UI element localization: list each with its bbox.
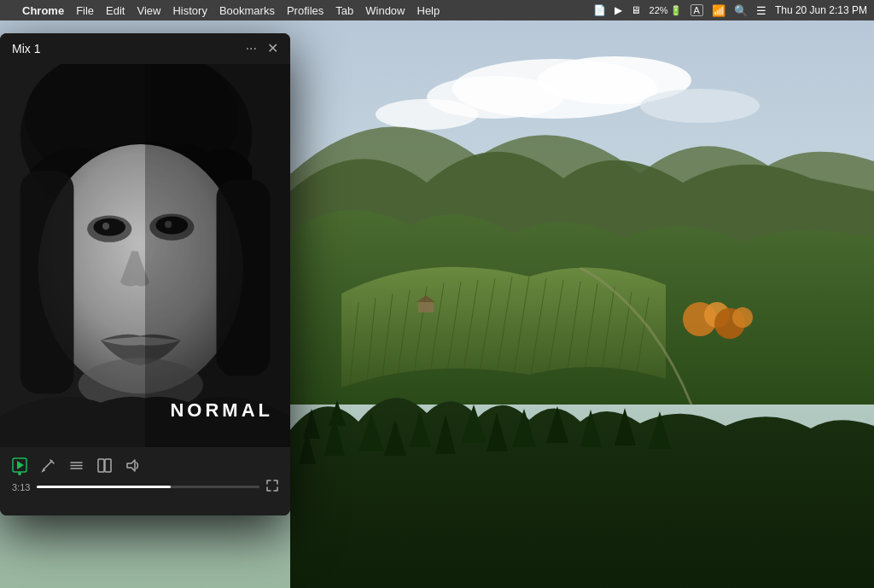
menu-chrome[interactable]: Chrome — [22, 4, 64, 17]
volume-icon[interactable] — [125, 458, 140, 473]
menubar-media-icon: ▶ — [615, 4, 622, 16]
progress-fill — [37, 486, 170, 488]
menu-edit[interactable]: Edit — [106, 4, 125, 17]
svg-point-4 — [640, 89, 760, 123]
datetime-display: Thu 20 Jun 2:13 PM — [775, 4, 867, 16]
menu-file[interactable]: File — [76, 4, 94, 17]
layers-icon[interactable] — [69, 458, 84, 473]
play-icon[interactable] — [12, 457, 27, 473]
menu-bookmarks[interactable]: Bookmarks — [219, 4, 275, 17]
menubar-script-icon: 📄 — [593, 4, 606, 16]
progress-row: 3:13 — [12, 480, 278, 494]
progress-bar[interactable] — [37, 486, 259, 488]
battery-indicator: 22% 🔋 — [650, 5, 682, 16]
menu-window[interactable]: Window — [365, 4, 405, 17]
player-titlebar: Mix 1 ··· ✕ — [0, 33, 290, 64]
player-title: Mix 1 — [12, 42, 40, 55]
current-time: 3:13 — [12, 482, 30, 492]
svg-rect-51 — [98, 459, 104, 472]
desktop: Mix 1 ··· ✕ — [0, 20, 874, 588]
svg-rect-45 — [145, 64, 290, 447]
menu-help[interactable]: Help — [417, 4, 440, 17]
svg-rect-28 — [418, 302, 434, 312]
wifi-icon[interactable]: 📶 — [712, 4, 725, 17]
split-view-icon[interactable] — [97, 458, 112, 473]
album-art: NORMAL — [0, 64, 290, 447]
control-icons-row — [12, 457, 278, 473]
normal-label: NORMAL — [170, 399, 273, 422]
search-icon[interactable]: 🔍 — [734, 4, 748, 17]
menubar-a-label: A — [690, 4, 703, 16]
annotation-icon[interactable] — [41, 458, 55, 473]
portrait-photo: NORMAL — [0, 64, 290, 447]
menu-profiles[interactable]: Profiles — [287, 4, 323, 17]
svg-point-27 — [732, 307, 753, 328]
player-window: Mix 1 ··· ✕ — [0, 33, 290, 515]
menu-view[interactable]: View — [137, 4, 160, 17]
menu-history[interactable]: History — [172, 4, 207, 17]
more-options-button[interactable]: ··· — [246, 42, 257, 55]
svg-point-5 — [376, 99, 478, 130]
close-button[interactable]: ✕ — [267, 42, 278, 55]
player-controls: 3:13 — [0, 447, 290, 515]
menubar-screen-icon: 🖥 — [631, 4, 641, 16]
expand-icon[interactable] — [266, 480, 278, 494]
svg-rect-52 — [105, 459, 111, 472]
menubar: Chrome File Edit View History Bookmarks … — [0, 0, 874, 20]
notifications-icon[interactable]: ☰ — [756, 4, 766, 17]
svg-marker-53 — [127, 460, 135, 471]
svg-marker-47 — [17, 461, 24, 469]
menu-tab[interactable]: Tab — [335, 4, 353, 17]
